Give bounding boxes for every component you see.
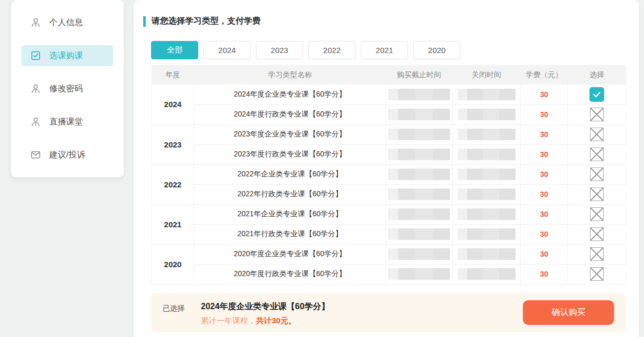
close-time-cell bbox=[453, 224, 521, 244]
row-checkbox-unchecked[interactable] bbox=[590, 247, 604, 261]
deadline-cell bbox=[386, 85, 453, 104]
deadline-cell bbox=[386, 244, 453, 264]
fee-cell: 30 bbox=[521, 244, 568, 264]
checkbox-icon bbox=[30, 50, 41, 61]
redacted-deadline bbox=[388, 168, 450, 180]
page-header: 请您选择学习类型，支付学费 bbox=[143, 16, 261, 27]
column-header: 购买截止时间 bbox=[386, 65, 453, 85]
redacted-close-time bbox=[458, 149, 516, 160]
deadline-cell bbox=[386, 184, 453, 204]
summary-bar: 已选择 2024年度企业类专业课【60学分】 累计一年课程，共计30元。 确认购… bbox=[151, 293, 626, 332]
table-row: 20212021年企业类专业课【60学分】30 bbox=[152, 204, 626, 224]
confirm-purchase-button[interactable]: 确认购买 bbox=[523, 300, 614, 325]
course-name-cell: 2023年度行政类专业课【60学分】 bbox=[195, 144, 386, 164]
deadline-cell bbox=[386, 164, 453, 184]
deadline-cell bbox=[386, 124, 453, 144]
fee-cell: 30 bbox=[521, 204, 568, 224]
column-header: 选择 bbox=[568, 65, 626, 85]
close-time-cell bbox=[453, 164, 521, 184]
redacted-close-time bbox=[458, 129, 516, 140]
deadline-cell bbox=[386, 144, 453, 164]
course-name-cell: 2020年度行政类专业课【60学分】 bbox=[195, 264, 386, 284]
course-name-cell: 2022年行政类专业课【60学分】 bbox=[195, 184, 386, 204]
row-checkbox-unchecked[interactable] bbox=[590, 167, 604, 181]
deadline-cell bbox=[386, 224, 453, 244]
select-cell bbox=[568, 85, 626, 104]
column-header: 年度 bbox=[152, 65, 195, 85]
course-name-cell: 2021年企业类专业课【60学分】 bbox=[195, 204, 386, 224]
row-checkbox-unchecked[interactable] bbox=[590, 227, 604, 241]
column-header: 学习类型名称 bbox=[195, 65, 386, 85]
filter-button-全部[interactable]: 全部 bbox=[151, 41, 198, 59]
row-checkbox-unchecked[interactable] bbox=[590, 207, 604, 221]
fee-cell: 30 bbox=[521, 164, 568, 184]
filter-button-2024[interactable]: 2024 bbox=[203, 41, 251, 59]
row-checkbox-unchecked[interactable] bbox=[590, 267, 604, 281]
filter-button-2021[interactable]: 2021 bbox=[361, 41, 408, 59]
redacted-close-time bbox=[458, 248, 516, 260]
redacted-close-time bbox=[458, 268, 516, 280]
course-name-cell: 2020年度企业类专业课【60学分】 bbox=[195, 244, 386, 264]
select-cell bbox=[568, 204, 626, 224]
course-name-cell: 2024年度行政类专业课【60学分】 bbox=[195, 104, 386, 124]
sidebar-item-change-password[interactable]: 修改密码 bbox=[22, 78, 113, 99]
row-checkbox-unchecked[interactable] bbox=[590, 108, 604, 121]
filter-button-2020[interactable]: 2020 bbox=[413, 41, 460, 59]
redacted-deadline bbox=[388, 248, 450, 260]
redacted-close-time bbox=[458, 89, 516, 100]
sidebar-item-suggestions[interactable]: 建议/投诉 bbox=[22, 144, 113, 165]
redacted-close-time bbox=[458, 168, 516, 180]
sidebar-item-label: 直播课堂 bbox=[49, 117, 83, 128]
sidebar-item-personal-info[interactable]: 个人信息 bbox=[22, 12, 113, 33]
course-table: 年度学习类型名称购买截止时间关闭时间学费（元）选择 20242024年度企业类专… bbox=[151, 65, 626, 285]
row-checkbox-unchecked[interactable] bbox=[590, 148, 604, 161]
title-accent-bar bbox=[143, 16, 146, 27]
mail-icon bbox=[30, 149, 41, 161]
year-cell: 2021 bbox=[152, 204, 195, 244]
redacted-close-time bbox=[458, 208, 516, 220]
fee-cell: 30 bbox=[521, 264, 568, 284]
row-checkbox-unchecked[interactable] bbox=[590, 128, 604, 141]
table-row: 20232023年度企业类专业课【60学分】30 bbox=[152, 124, 626, 144]
summary-note-prefix: 累计一年课程， bbox=[201, 316, 256, 325]
filter-button-2022[interactable]: 2022 bbox=[308, 41, 356, 59]
sidebar-item-course-purchase[interactable]: 选课购课 bbox=[22, 45, 113, 66]
sidebar: 个人信息选课购课修改密码直播课堂建议/投诉 bbox=[11, 0, 124, 177]
row-checkbox-checked[interactable] bbox=[589, 87, 604, 102]
sidebar-item-live-classroom[interactable]: 直播课堂 bbox=[22, 111, 113, 132]
user-icon bbox=[30, 83, 41, 94]
close-time-cell bbox=[453, 85, 521, 104]
course-table-body: 20242024年度企业类专业课【60学分】302024年度行政类专业课【60学… bbox=[152, 85, 626, 284]
deadline-cell bbox=[386, 264, 453, 284]
redacted-deadline bbox=[388, 268, 450, 280]
column-header: 关闭时间 bbox=[453, 65, 521, 85]
table-row: 2021年行政类专业课【60学分】30 bbox=[152, 224, 626, 244]
course-name-cell: 2021年行政类专业课【60学分】 bbox=[195, 224, 386, 244]
filter-button-2023[interactable]: 2023 bbox=[256, 41, 303, 59]
redacted-deadline bbox=[388, 188, 450, 200]
main-panel: 请您选择学习类型，支付学费 全部20242023202220212020 年度学… bbox=[134, 0, 639, 337]
redacted-deadline bbox=[388, 109, 450, 120]
sidebar-item-label: 修改密码 bbox=[49, 83, 83, 94]
redacted-close-time bbox=[458, 228, 516, 240]
summary-note: 累计一年课程，共计30元。 bbox=[201, 316, 296, 326]
select-cell bbox=[568, 244, 626, 264]
redacted-deadline bbox=[388, 149, 450, 160]
fee-cell: 30 bbox=[521, 104, 568, 124]
close-time-cell bbox=[453, 104, 521, 124]
redacted-close-time bbox=[458, 109, 516, 120]
user-icon bbox=[30, 17, 41, 28]
close-time-cell bbox=[453, 264, 521, 284]
page: 个人信息选课购课修改密码直播课堂建议/投诉 请您选择学习类型，支付学费 全部20… bbox=[0, 0, 644, 337]
table-row: 20202020年度企业类专业课【60学分】30 bbox=[152, 244, 626, 264]
table-row: 20242024年度企业类专业课【60学分】30 bbox=[152, 85, 626, 104]
close-time-cell bbox=[453, 144, 521, 164]
course-name-cell: 2023年度企业类专业课【60学分】 bbox=[195, 124, 386, 144]
select-cell bbox=[568, 184, 626, 204]
select-cell bbox=[568, 124, 626, 144]
year-cell: 2024 bbox=[152, 85, 195, 124]
redacted-deadline bbox=[388, 129, 450, 140]
select-cell bbox=[568, 144, 626, 164]
row-checkbox-unchecked[interactable] bbox=[590, 187, 604, 201]
column-header: 学费（元） bbox=[521, 65, 568, 85]
